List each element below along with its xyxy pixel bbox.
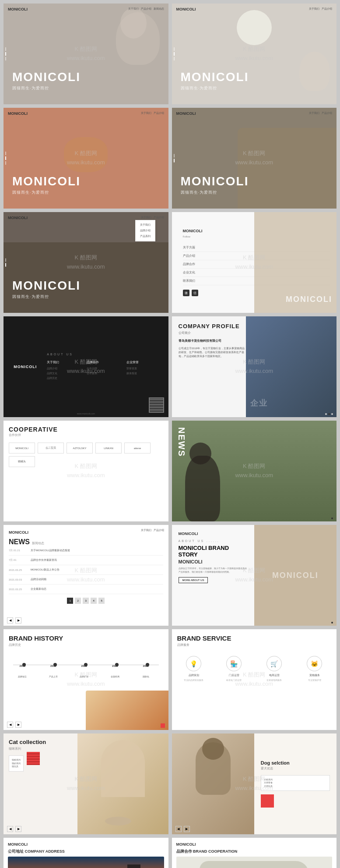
arrow-left[interactable]: ◀ <box>7 617 13 624</box>
hero-text-4: MONICOLI 因猫而生·为爱而控 <box>181 174 249 195</box>
page-btn-5[interactable]: 5 <box>98 598 105 604</box>
hero-card-4: MONICOLI 关于我们 产品介绍 MONICOLI 因猫而生·为爱而控 K … <box>172 108 337 209</box>
page-btn-1[interactable]: 1 <box>67 598 73 604</box>
dropdown-menu[interactable]: 关于我们 品牌介绍 产品系列 <box>135 220 155 241</box>
dog-box-text-2: 犬用零食 <box>264 781 327 785</box>
about-col-3: 企业荣誉 荣誉资质 媒体报道 <box>126 360 162 381</box>
page-btn-4[interactable]: 4 <box>91 598 97 604</box>
year-2: 2019 <box>50 665 56 667</box>
about-story-logo: MONICOLI <box>179 531 248 536</box>
arrow-left[interactable]: ◀ <box>7 722 13 728</box>
about-col-item[interactable]: 媒体报道 <box>126 372 162 376</box>
page-btn-2[interactable]: 2 <box>75 598 81 604</box>
nav-item[interactable]: 产品介绍 <box>141 7 151 11</box>
side-indicators-2 <box>174 47 175 60</box>
indicator <box>5 47 6 51</box>
about-story-label: ABOUT US ...... <box>179 539 248 542</box>
qr-red <box>27 752 40 765</box>
brand-history-title: BRAND HISTORY <box>9 634 163 642</box>
indicator <box>5 259 6 262</box>
nav-item[interactable]: 产品介绍 <box>154 528 164 532</box>
arrow-right[interactable]: ▶ <box>15 826 21 832</box>
addr-title: 公司地址 COMPANY ADDRESS <box>8 849 164 854</box>
about-col-item[interactable]: 品牌历史 <box>47 376 82 380</box>
nav-item[interactable]: 产品介绍 <box>322 111 332 115</box>
service-item-2: 🏪 门店运营 标准化门店运营 <box>217 656 251 681</box>
service-icons: 💡 品牌策划 专业的品牌策划服务 🏪 门店运营 标准化门店运营 🛒 电商运营 全… <box>177 656 332 681</box>
cooperative-title: COOPERATIVE <box>9 426 163 433</box>
nav-item[interactable]: 关于我们 <box>128 7 139 11</box>
cat-item-3[interactable]: 猫玩具 <box>12 765 21 769</box>
nav-4: 关于我们 产品介绍 <box>309 111 332 115</box>
nav-item[interactable]: 关于我们 <box>141 528 151 532</box>
brand-dot-red <box>161 723 165 728</box>
wechat-icon[interactable]: 信 <box>192 290 198 296</box>
nav-item[interactable]: 关于我们 <box>309 111 319 115</box>
addr-logo: MONICOLI <box>8 842 164 847</box>
news-date-4: 2021.03.03 <box>9 578 31 581</box>
indicator <box>5 152 6 155</box>
news-list-item-3: 2021.03.25 MONICOLI新品上市公告 <box>9 565 163 575</box>
label-2: 产品上市 <box>49 675 58 678</box>
year-1: 2018 <box>20 665 25 667</box>
nav-item[interactable]: 产品介绍 <box>322 7 332 11</box>
indicator <box>174 57 175 60</box>
nav-item[interactable]: 产品介绍 <box>154 111 164 115</box>
about-col-item[interactable]: 品牌介绍 <box>47 367 82 371</box>
card-dots-story <box>331 622 333 624</box>
dropdown-item-3[interactable]: 产品系列 <box>137 234 153 239</box>
about-story-card: MONICOLI MONICOLI ABOUT US ...... MONICO… <box>172 525 337 626</box>
news-content-2: 品牌合作伙伴最新资讯 <box>31 558 57 562</box>
logo-2: MONICOLI <box>176 7 196 11</box>
news-list-logo: MONICOLI <box>9 530 163 535</box>
dot-active <box>331 622 333 624</box>
page-btn-3[interactable]: 3 <box>83 598 89 604</box>
coop-logo: MONICOLI <box>176 842 333 847</box>
dropdown-item-2[interactable]: 品牌介绍 <box>137 228 153 234</box>
qr-dog <box>261 794 274 808</box>
logo-3: MONICOLI <box>8 111 28 116</box>
cat-item-2[interactable]: 猫砂系列 <box>12 762 21 765</box>
about-col-item[interactable]: 品牌文化 <box>47 372 82 376</box>
arrow-right[interactable]: ▶ <box>15 722 21 728</box>
about-dark-card: MONICOLI ABOUT US 关于我们 品牌介绍 品牌文化 品牌历史 品牌… <box>4 316 168 417</box>
arrow-left[interactable]: ◀ <box>7 826 13 832</box>
hero-title-4: MONICOLI <box>181 174 249 188</box>
about-story-desc: 品牌创立于2018年，专注宠物健康，致力于为每一只猫咪提供最优质的产品和服务。我… <box>179 567 248 574</box>
service-item-1: 💡 品牌策划 专业的品牌策划服务 <box>177 656 211 681</box>
dog-box-text-3: 犬用玩具 <box>264 785 327 788</box>
about-col-item[interactable]: 合作品牌 <box>87 367 122 371</box>
weibo-icon[interactable]: 微 <box>183 290 189 296</box>
news-date-1: 7月.01.21 <box>9 549 31 553</box>
timeline: 2018 品牌创立 2019 产品上市 2020 品牌扩张 2021 全国布局 … <box>9 656 163 691</box>
about-col-item[interactable]: 合作案例 <box>87 372 122 376</box>
service-icon-4: 🐱 <box>307 656 322 671</box>
arrow-right[interactable]: ▶ <box>184 826 190 832</box>
coop-logo-4: LINKAN <box>95 443 122 453</box>
cat-item-1[interactable]: 猫粮系列 <box>12 758 21 762</box>
indicator-active <box>5 52 6 56</box>
nav-item[interactable]: 新闻动态 <box>154 7 164 11</box>
nav-item[interactable]: 关于我们 <box>309 7 319 11</box>
hero-card-3: MONICOLI 关于我们 产品介绍 MONICOLI 因猫而生·为爱而控 K … <box>4 108 168 209</box>
about-dark-left: MONICOLI <box>10 365 40 369</box>
cat-head <box>189 443 211 464</box>
cat-arrows: ◀ ▶ <box>7 826 21 832</box>
nav-item[interactable]: 关于我们 <box>141 111 151 115</box>
dropdown-item-1[interactable]: 关于我们 <box>137 222 153 228</box>
nav-1: 关于我们 产品介绍 新闻动态 <box>128 7 164 11</box>
news-date-5: 2021.03.25 <box>9 588 31 591</box>
about-col-item[interactable]: 荣誉资质 <box>126 367 162 371</box>
hero-tagline-1: 因猫而生·为爱而控 <box>12 85 81 91</box>
nav-item[interactable]: 产品介绍 <box>154 216 164 220</box>
about-story-button[interactable]: MORE ABOUT US <box>179 577 208 583</box>
service-desc-2: 标准化门店运营 <box>217 679 251 681</box>
news-pagination: 1 2 3 4 5 <box>9 598 163 604</box>
news-list-subtitle: 新闻动态 <box>32 541 44 546</box>
company-text: COMPANY PROFILE 公司简介 青岛美都卡宠生物科技有限公司 公司成立… <box>179 323 247 358</box>
nav-item[interactable]: 关于我们 <box>141 216 151 220</box>
hero-text-5: MONICOLI 因猫而生·为爱而控 <box>12 279 81 300</box>
arrow-left[interactable]: ◀ <box>175 826 182 832</box>
arrow-right[interactable]: ▶ <box>15 617 21 624</box>
company-name: 青岛美都卡宠生物科技有限公司 <box>179 339 247 343</box>
